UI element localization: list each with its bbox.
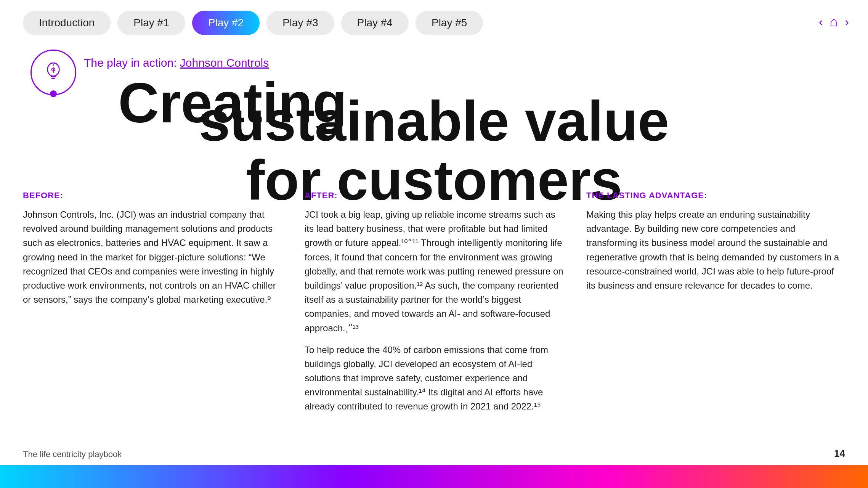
before-text: Johnson Controls, Inc. (JCI) was an indu… [23, 207, 282, 307]
top-nav: Introduction Play #1 Play #2 Play #3 Pla… [23, 11, 483, 35]
play-subtitle: The play in action: Johnson Controls [84, 56, 269, 69]
home-icon[interactable]: ⌂ [830, 14, 838, 30]
tab-play1[interactable]: Play #1 [117, 11, 185, 35]
lasting-column: THE LASTING ADVANTAGE: Making this play … [586, 191, 845, 414]
title-line1: sustainable value [0, 71, 868, 151]
after-label: AFTER: [305, 191, 563, 201]
tab-introduction[interactable]: Introduction [23, 11, 111, 35]
bottom-gradient-bar [0, 465, 868, 488]
title-block: sustainable value for customers [0, 71, 868, 210]
lasting-label: THE LASTING ADVANTAGE: [586, 191, 845, 201]
nav-arrows: ‹ ⌂ › [819, 14, 849, 30]
tab-play5[interactable]: Play #5 [416, 11, 483, 35]
tab-play2[interactable]: Play #2 [192, 11, 260, 35]
before-column: BEFORE: Johnson Controls, Inc. (JCI) was… [23, 191, 282, 414]
prev-arrow[interactable]: ‹ [819, 15, 823, 29]
tab-play4[interactable]: Play #4 [341, 11, 409, 35]
after-text2: To help reduce the 40% of carbon emissio… [305, 343, 563, 414]
next-arrow[interactable]: › [845, 15, 849, 29]
lasting-text: Making this play helps create an endurin… [586, 207, 845, 292]
subtitle-prefix: The play in action: [84, 56, 180, 69]
johnson-controls-link[interactable]: Johnson Controls [180, 56, 269, 69]
tab-play3[interactable]: Play #3 [266, 11, 334, 35]
footer-left: The life centricity playbook [23, 449, 122, 459]
content-area: BEFORE: Johnson Controls, Inc. (JCI) was… [23, 191, 845, 414]
after-column: AFTER: JCI took a big leap, giving up re… [305, 191, 563, 414]
after-text1: JCI took a big leap, giving up reliable … [305, 207, 563, 335]
before-label: BEFORE: [23, 191, 282, 201]
footer-right: 14 [834, 448, 845, 459]
